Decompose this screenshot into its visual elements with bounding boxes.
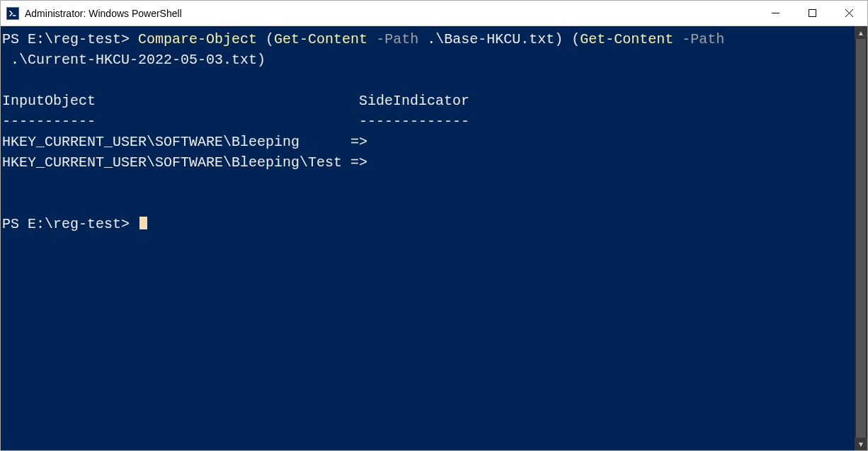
scroll-down-icon[interactable]: ▼	[855, 438, 867, 450]
terminal-wrapper: PS E:\reg-test> Compare-Object (Get-Cont…	[1, 26, 867, 450]
minimize-button[interactable]	[757, 1, 794, 25]
cmdlet: Get-Content	[274, 31, 367, 47]
cmdlet: Compare-Object	[138, 31, 257, 47]
terminal[interactable]: PS E:\reg-test> Compare-Object (Get-Cont…	[1, 26, 855, 450]
argument: .\Current-HKCU-2022-05-03.txt	[2, 52, 257, 68]
output-row: HKEY_CURRENT_USER\SOFTWARE\Bleeping\Test…	[2, 154, 367, 171]
output-header: InputObject SideIndicator	[2, 93, 469, 109]
prompt: PS E:\reg-test>	[2, 216, 138, 232]
output-divider: ----------- -------------	[2, 113, 469, 130]
paren: )	[257, 52, 265, 68]
svg-rect-2	[809, 10, 816, 17]
close-button[interactable]	[830, 1, 867, 25]
paren: ) (	[554, 31, 580, 47]
maximize-button[interactable]	[794, 1, 830, 25]
cmdlet: Get-Content	[580, 31, 673, 47]
scrollbar-thumb[interactable]	[856, 39, 866, 438]
scrollbar-track[interactable]	[855, 39, 867, 438]
output-row: HKEY_CURRENT_USER\SOFTWARE\Bleeping =>	[2, 134, 367, 150]
argument: .\Base-HKCU.txt	[418, 31, 554, 47]
scroll-up-icon[interactable]: ▲	[855, 26, 867, 39]
scrollbar[interactable]: ▲ ▼	[855, 26, 867, 450]
parameter: -Path	[376, 31, 418, 47]
parameter: -Path	[682, 31, 724, 47]
window-title: Administrator: Windows PowerShell	[25, 8, 757, 19]
cursor	[139, 217, 147, 229]
powershell-icon	[6, 7, 19, 20]
titlebar: Administrator: Windows PowerShell	[1, 1, 867, 26]
paren: (	[257, 31, 274, 47]
prompt: PS E:\reg-test>	[2, 31, 138, 47]
window-controls	[757, 1, 867, 25]
